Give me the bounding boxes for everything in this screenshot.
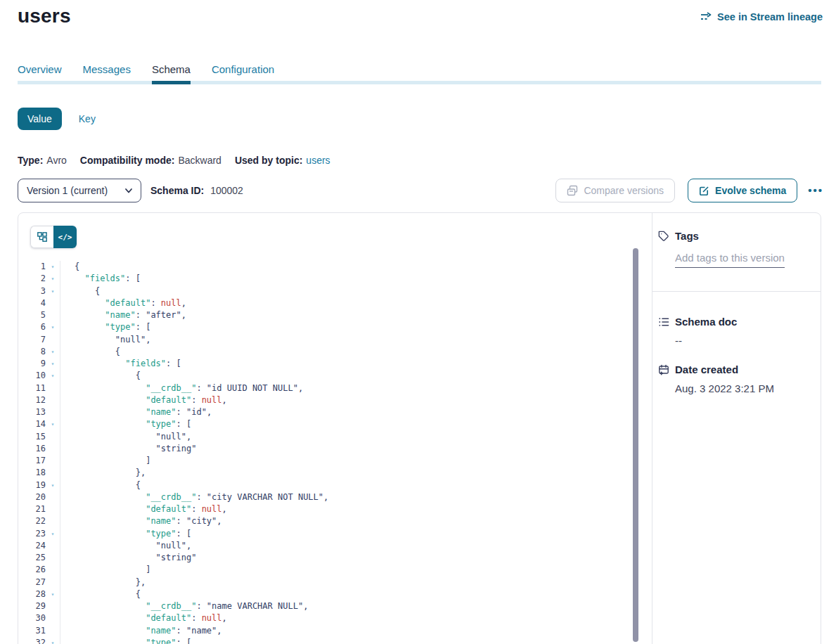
code-text: "__crdb__": "name VARCHAR NULL",: [60, 600, 652, 612]
line-number: 14: [18, 418, 46, 430]
code-text: "fields": [: [60, 273, 652, 285]
code-text: "type": [: [60, 637, 652, 644]
code-line: 12 "default": null,: [18, 394, 652, 406]
fold-arrow-icon[interactable]: ▾: [46, 261, 60, 273]
fold-arrow-icon[interactable]: ▾: [46, 346, 60, 358]
more-options-button[interactable]: •••: [808, 179, 823, 202]
line-number: 25: [18, 552, 46, 564]
code-text: "type": [: [60, 321, 652, 333]
tree-view-button[interactable]: [30, 226, 53, 248]
fold-arrow-icon[interactable]: ▾: [46, 370, 60, 382]
fold-arrow-icon: [46, 600, 60, 612]
value-tab-button[interactable]: Value: [18, 108, 62, 130]
code-line: 24 "null",: [18, 540, 652, 552]
code-text: "name": "id",: [60, 406, 652, 418]
code-text: },: [60, 577, 652, 588]
tag-icon: [658, 231, 669, 242]
code-text: "type": [: [60, 528, 652, 540]
schema-code-area: </> 1▾{2▾ "fields": [3▾ {4 "default": nu…: [18, 213, 652, 644]
fold-arrow-icon: [46, 406, 60, 418]
tab-schema[interactable]: Schema: [152, 63, 191, 89]
sidebar-divider: [652, 291, 821, 292]
line-number: 17: [18, 455, 46, 467]
code-editor[interactable]: 1▾{2▾ "fields": [3▾ {4 "default": null,5…: [18, 261, 652, 644]
fold-arrow-icon[interactable]: ▾: [46, 358, 60, 370]
fold-arrow-icon[interactable]: ▾: [46, 637, 60, 644]
fold-arrow-icon: [46, 455, 60, 467]
date-created-title: Date created: [675, 363, 738, 375]
schema-panel: </> 1▾{2▾ "fields": [3▾ {4 "default": nu…: [18, 212, 821, 644]
code-text: {: [60, 261, 652, 273]
add-tags-input[interactable]: [675, 248, 785, 268]
tags-section-header: Tags: [658, 230, 699, 242]
fold-arrow-icon[interactable]: ▾: [46, 588, 60, 600]
code-line: 8▾ {: [18, 346, 652, 358]
schema-doc-title: Schema doc: [675, 316, 737, 328]
code-text: "name": "after",: [60, 309, 652, 321]
code-text: "__crdb__": "city VARCHAR NOT NULL",: [60, 491, 652, 503]
code-text: "string": [60, 443, 652, 455]
fold-arrow-icon: [46, 503, 60, 515]
tab-bar: Overview Messages Schema Configuration: [18, 63, 274, 89]
code-line: 19▾ {: [18, 479, 652, 491]
key-tab-link[interactable]: Key: [79, 113, 96, 124]
code-line: 1▾{: [18, 261, 652, 273]
date-created-section-header: Date created: [658, 363, 738, 375]
schema-id-label: Schema ID:: [150, 185, 204, 196]
fold-arrow-icon: [46, 540, 60, 552]
code-text: "__crdb__": "id UUID NOT NULL",: [60, 382, 652, 394]
schema-doc-value: --: [675, 335, 682, 347]
line-number: 13: [18, 406, 46, 418]
schema-doc-section-header: Schema doc: [658, 316, 737, 328]
list-icon: [658, 316, 669, 328]
code-text: "null",: [60, 540, 652, 552]
line-number: 4: [18, 297, 46, 309]
fold-arrow-icon[interactable]: ▾: [46, 418, 60, 430]
fold-arrow-icon[interactable]: ▾: [46, 321, 60, 333]
compare-versions-button[interactable]: Compare versions: [555, 179, 675, 202]
editor-scrollbar-thumb[interactable]: [633, 248, 638, 642]
page-title: users: [18, 4, 71, 28]
fold-arrow-icon: [46, 612, 60, 624]
code-text: "null",: [60, 334, 652, 346]
fold-arrow-icon: [46, 552, 60, 564]
code-line: 10▾ {: [18, 370, 652, 382]
code-text: ]: [60, 564, 652, 576]
code-line: 5 "name": "after",: [18, 309, 652, 321]
line-number: 31: [18, 625, 46, 637]
line-number: 11: [18, 382, 46, 394]
version-bar: Version 1 (current) Schema ID: 100002 Co…: [18, 179, 823, 202]
fold-arrow-icon: [46, 443, 60, 455]
fold-arrow-icon[interactable]: ▾: [46, 479, 60, 491]
line-number: 15: [18, 431, 46, 443]
topic-link[interactable]: users: [306, 155, 330, 166]
code-line: 2▾ "fields": [: [18, 273, 652, 285]
tab-configuration[interactable]: Configuration: [212, 63, 274, 89]
version-select[interactable]: Version 1 (current): [18, 179, 141, 202]
code-line: 23▾ "type": [: [18, 528, 652, 540]
code-line: 14▾ "type": [: [18, 418, 652, 430]
line-number: 6: [18, 321, 46, 333]
code-line: 16 "string": [18, 443, 652, 455]
fold-arrow-icon[interactable]: ▾: [46, 285, 60, 297]
fold-arrow-icon: [46, 309, 60, 321]
code-view-button[interactable]: </>: [53, 226, 77, 248]
code-line: 20 "__crdb__": "city VARCHAR NOT NULL",: [18, 491, 652, 503]
fold-arrow-icon: [46, 577, 60, 588]
fold-arrow-icon: [46, 515, 60, 527]
evolve-schema-button[interactable]: Evolve schema: [688, 179, 797, 202]
fold-arrow-icon[interactable]: ▾: [46, 273, 60, 285]
value-key-toggle: Value Key: [18, 108, 96, 130]
code-line: 25 "string": [18, 552, 652, 564]
code-text: },: [60, 467, 652, 479]
fold-arrow-icon: [46, 382, 60, 394]
fold-arrow-icon[interactable]: ▾: [46, 528, 60, 540]
code-line: 13 "name": "id",: [18, 406, 652, 418]
fold-arrow-icon: [46, 564, 60, 576]
see-in-stream-lineage-link[interactable]: See in Stream lineage: [700, 11, 823, 22]
version-select-wrap: Version 1 (current): [18, 179, 141, 202]
code-line: 7 "null",: [18, 334, 652, 346]
code-text: "name": "name",: [60, 625, 652, 637]
tab-overview[interactable]: Overview: [18, 63, 62, 89]
tab-messages[interactable]: Messages: [83, 63, 131, 89]
